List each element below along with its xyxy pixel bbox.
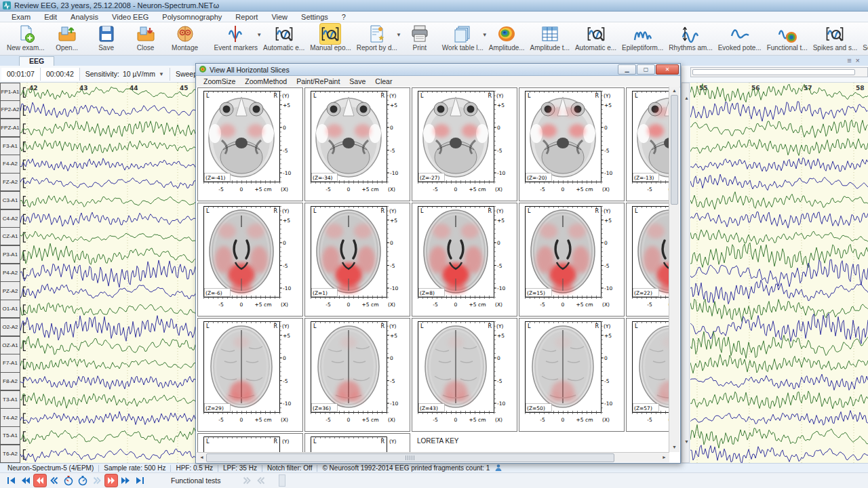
scroll-up-icon[interactable]: ▲ — [684, 96, 689, 100]
window-titlebar[interactable]: Review EEG, 23 years, 25.12.2008 - Neuro… — [0, 0, 868, 12]
channel-label-fp1-a1[interactable]: FP1-A1 — [0, 83, 20, 101]
channel-label-o1-a1[interactable]: O1-A1 — [0, 300, 20, 318]
rewind-page-button[interactable] — [48, 474, 60, 487]
toolbar-button-spikes-and-s[interactable]: Spikes and s... — [810, 22, 861, 55]
dialog-menu-zoomsize[interactable]: ZoomSize — [199, 77, 240, 85]
toolbar-button-functional-t[interactable]: Functional t... — [764, 22, 810, 55]
channel-label-c3-a1[interactable]: C3-A1 — [0, 191, 20, 209]
channel-label-fpz-a1[interactable]: FPZ-A1 — [0, 119, 20, 137]
fast-rewind-button[interactable] — [20, 474, 32, 487]
toolbar-button-save[interactable]: Save — [87, 22, 126, 55]
scroll-left-icon[interactable]: ◄ — [199, 455, 204, 460]
brain-slice-36[interactable]: LR(Y)+50-5-10(Z=36)-50+5 cm(X) — [304, 318, 410, 432]
minimize-button[interactable]: ▁ — [618, 64, 636, 75]
toolbar-grip[interactable] — [279, 474, 285, 487]
toolbar-button-manual-epo[interactable]: Manual epo... — [307, 22, 354, 55]
scroll-up-icon[interactable]: ▲ — [672, 88, 677, 93]
menu-item--[interactable]: ? — [336, 13, 352, 21]
toolbar-button-work-table-l[interactable]: Work table l...▼ — [439, 22, 486, 55]
pin-icon[interactable]: ≡ — [847, 56, 855, 64]
menu-item-polysomnography[interactable]: Polysomnography — [156, 13, 228, 21]
panel-header-icons[interactable]: ≡× — [847, 56, 864, 64]
brain-slice--20[interactable]: LR(Y)+50-5-10(Z=-20)-50+5 cm(X) — [519, 87, 625, 201]
toolbar-button-amplitude-t[interactable]: Amplitude t... — [528, 22, 572, 55]
channel-label-oz-a1[interactable]: OZ-A1 — [0, 336, 20, 354]
dialog-titlebar[interactable]: View All Horizontal Slices ▁ ▢ ✕ — [196, 64, 680, 76]
channel-label-t4-a2[interactable]: T4-A2 — [0, 408, 20, 426]
menu-item-analysis[interactable]: Analysis — [64, 13, 104, 21]
brain-slice-29[interactable]: LR(Y)+50-5-10(Z=29)-50+5 cm(X) — [197, 318, 303, 432]
channel-label-p4-a2[interactable]: P4-A2 — [0, 264, 20, 282]
right-panel-scrollbar[interactable]: ▲ ▼ — [682, 83, 690, 463]
toolbar-button-report-by-d[interactable]: Report by d...▼ — [354, 22, 400, 55]
brain-slice--6[interactable]: LR(Y)+50-5-10(Z=-6)-50+5 cm(X) — [197, 203, 303, 317]
scrollbar-thumb[interactable] — [671, 95, 678, 205]
brain-slice-partial[interactable]: LR(Y) — [197, 433, 303, 452]
dialog-vertical-scrollbar[interactable]: ▲ ▼ — [669, 87, 679, 452]
brain-slice-22[interactable]: LR(Y)+50-5-10(Z=22)-50+5 cm(X) — [626, 203, 669, 317]
fast-forward-button[interactable] — [119, 474, 132, 487]
brain-slice--13[interactable]: LR(Y)+50-5-10(Z=-13)-50+5 cm(X) — [626, 87, 669, 201]
toolbar-button-open[interactable]: Open... — [47, 22, 87, 55]
channel-label-fp2-a2[interactable]: FP2-A2 — [0, 100, 20, 119]
forward-page-disabled-button[interactable] — [91, 474, 103, 487]
channel-label-p3-a1[interactable]: P3-A1 — [0, 245, 20, 264]
scrollbar-thumb[interactable] — [206, 453, 614, 462]
rewind-page-active-button[interactable] — [34, 474, 46, 487]
brain-slice-57[interactable]: LR(Y)+50-5-10(Z=57)-50+5 cm(X) — [626, 318, 669, 432]
dialog-horizontal-scrollbar[interactable]: ◄ ► — [197, 452, 669, 462]
dialog-menu-save[interactable]: Save — [344, 77, 370, 85]
channel-label-c4-a2[interactable]: C4-A2 — [0, 209, 20, 228]
timer-forward-button[interactable] — [77, 474, 89, 487]
scroll-right-icon[interactable]: ► — [662, 455, 667, 460]
dialog-menu-zoommethod[interactable]: ZoomMethod — [240, 77, 292, 85]
brain-slice-50[interactable]: LR(Y)+50-5-10(Z=50)-50+5 cm(X) — [519, 318, 625, 432]
channel-label-f8-a2[interactable]: F8-A2 — [0, 372, 20, 390]
next-fragment-button[interactable] — [241, 474, 253, 487]
time-position-field[interactable]: 00:01:07 — [1, 68, 41, 81]
channel-label-t6-a2[interactable]: T6-A2 — [0, 445, 20, 463]
forward-page-active-button[interactable] — [105, 474, 117, 487]
toolbar-button-select-all-rec[interactable]: Select all rec... — [860, 22, 868, 55]
channel-label-t3-a1[interactable]: T3-A1 — [0, 390, 20, 409]
skip-to-start-button[interactable] — [5, 474, 18, 487]
scroll-down-icon[interactable]: ▼ — [684, 439, 689, 444]
toolbar-button-rhythms-am[interactable]: Rhythms am... — [666, 22, 715, 55]
brain-slice--41[interactable]: LR(Y)+50-5-10(Z=-41)-50+5 cm(X) — [197, 87, 303, 201]
brain-slice-43[interactable]: LR(Y)+50-5-10(Z=43)-50+5 cm(X) — [412, 318, 517, 432]
sensitivity-combo[interactable]: Sensitivity: 10 µV/mm ▼ — [80, 68, 170, 81]
brain-slice--34[interactable]: LR(Y)+50-5-10(Z=-34)-50+5 cm(X) — [304, 87, 410, 201]
close-panel-icon[interactable]: × — [856, 56, 864, 64]
channel-label-o2-a2[interactable]: O2-A2 — [0, 318, 20, 336]
toolbar-button-automatic-e[interactable]: Automatic e... — [260, 22, 307, 55]
time-elapsed-field[interactable]: 00:00:42 — [41, 68, 80, 81]
brain-slice-1[interactable]: LR(Y)+50-5-10(Z=1)-50+5 cm(X) — [304, 203, 410, 317]
channel-label-cz-a1[interactable]: CZ-A1 — [0, 227, 20, 245]
close-button[interactable]: ✕ — [656, 64, 679, 75]
menu-item-video-eeg[interactable]: Video EEG — [106, 13, 155, 21]
toolbar-button-evoked-pote[interactable]: Evoked pote... — [715, 22, 764, 55]
channel-label-t5-a1[interactable]: T5-A1 — [0, 426, 20, 445]
channel-label-f4-a2[interactable]: F4-A2 — [0, 155, 20, 173]
menu-item-exam[interactable]: Exam — [5, 13, 37, 21]
dialog-menu-paint-repaint[interactable]: Paint/RePaint — [292, 77, 344, 85]
brain-slice-8[interactable]: LR(Y)+50-5-10(Z=8)-50+5 cm(X) — [412, 203, 517, 317]
toolbar-button-epileptiform[interactable]: Epileptiform... — [619, 22, 666, 55]
toolbar-button-close[interactable]: Close — [126, 22, 165, 55]
toolbar-button-print[interactable]: Print — [400, 22, 439, 55]
eeg-trace-area-right[interactable]: 55565758 — [690, 83, 868, 463]
channel-label-fz-a2[interactable]: FZ-A2 — [0, 173, 20, 191]
menu-item-report[interactable]: Report — [229, 13, 264, 21]
right-panel-top-scrollbar[interactable] — [690, 67, 868, 77]
toolbar-button-montage[interactable]: Montage — [165, 22, 205, 55]
skip-to-end-button[interactable] — [134, 474, 146, 487]
brain-slice--27[interactable]: LR(Y)+50-5-10(Z=-27)-50+5 cm(X) — [412, 87, 517, 201]
toolbar-button-event-markers[interactable]: Event markers▼ — [212, 22, 260, 55]
menu-item-settings[interactable]: Settings — [295, 13, 334, 21]
brain-slice-15[interactable]: LR(Y)+50-5-10(Z=15)-50+5 cm(X) — [519, 203, 625, 317]
tab-eeg[interactable]: EEG — [19, 56, 54, 66]
user-icon[interactable] — [494, 464, 502, 473]
brain-slice-partial[interactable]: LR(Y) — [304, 433, 410, 452]
timer-back-button[interactable] — [62, 474, 75, 487]
channel-label-pz-a2[interactable]: PZ-A2 — [0, 281, 20, 300]
